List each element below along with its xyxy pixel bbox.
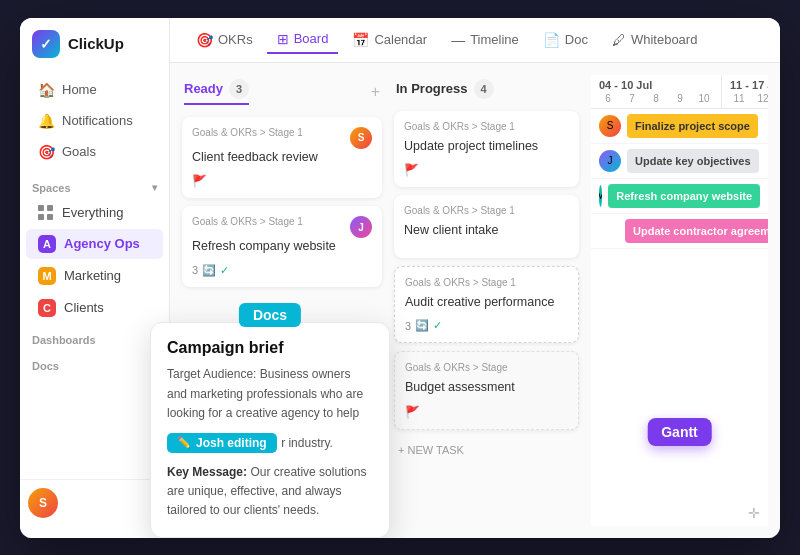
bell-icon: 🔔 [38,113,54,129]
logo-icon: ✓ [32,30,60,58]
check-icon: ✓ [220,264,229,277]
task-meta: Goals & OKRs > Stage 1 [405,277,568,288]
everything-label: Everything [62,205,123,220]
app-container: ✓ ClickUp 🏠 Home 🔔 Notifications 🎯 Goals… [20,18,780,538]
docs-badge: Docs [239,303,301,327]
tab-timeline[interactable]: — Timeline [441,27,529,53]
marketing-label: Marketing [64,268,121,283]
task-avatar: S [350,127,372,149]
gantt-day: 7 [623,93,641,104]
task-card-top: Goals & OKRs > Stage 1 J [192,216,372,238]
board-icon: ⊞ [277,31,289,47]
calendar-icon: 📅 [352,32,369,48]
task-title: Client feedback review [192,149,372,167]
tab-timeline-label: Timeline [470,32,519,47]
flag-icon: 🚩 [404,163,419,177]
gantt-day: 10 [695,93,713,104]
task-avatar: J [350,216,372,238]
crosshair-icon: ✛ [748,505,760,521]
task-title: New client intake [404,222,569,240]
sidebar-item-marketing[interactable]: M Marketing [26,261,163,291]
docs-editor-badge[interactable]: ✏️ Josh editing [167,433,277,453]
user-avatar[interactable]: S [28,488,58,518]
doc-icon: 📄 [543,32,560,48]
sidebar-item-label: Goals [62,144,96,159]
gantt-day: 9 [671,93,689,104]
tab-doc[interactable]: 📄 Doc [533,27,598,53]
inprogress-column: In Progress 4 Goals & OKRs > Stage 1 Upd… [394,75,579,526]
task-badges: 3 🔄 ✓ [192,264,372,277]
gantt-tooltip: Gantt [647,418,712,446]
inprogress-column-header: In Progress 4 [394,75,579,103]
edit-icon: ✏️ [177,436,191,449]
docs-body-text: Target Audience: Business owners and mar… [167,367,363,419]
tab-whiteboard[interactable]: 🖊 Whiteboard [602,27,707,53]
budget-task-card[interactable]: Goals & OKRs > Stage Budget assessment 🚩 [394,351,579,430]
tab-okrs-label: OKRs [218,32,253,47]
gantt-bar-row: M Refresh company website [591,179,768,214]
check-icon: ✓ [433,319,442,332]
task-title: Refresh company website [192,238,372,256]
gantt-bar-objectives[interactable]: Update key objectives [627,149,759,173]
agency-ops-avatar: A [38,235,56,253]
tab-board[interactable]: ⊞ Board [267,26,339,54]
gantt-days-1: 6 7 8 9 10 [599,93,713,104]
tab-okrs[interactable]: 🎯 OKRs [186,27,263,53]
dashboards-section-label: Dashboards › [20,324,169,350]
gantt-day: 8 [647,93,665,104]
docs-title: Campaign brief [167,339,373,357]
sidebar-item-goals[interactable]: 🎯 Goals [26,137,163,167]
gantt-tooltip-label: Gantt [661,424,698,440]
clients-avatar: C [38,299,56,317]
task-card[interactable]: Goals & OKRs > Stage 1 Update project ti… [394,111,579,188]
gantt-avatar: S [599,115,621,137]
docs-key-message: Key Message: Our creative solutions are … [167,463,373,521]
spaces-section-label: Spaces ▾ [20,172,169,198]
task-card[interactable]: Goals & OKRs > Stage 1 J Refresh company… [182,206,382,287]
sidebar-item-notifications[interactable]: 🔔 Notifications [26,106,163,136]
marketing-avatar: M [38,267,56,285]
sidebar-item-agency-ops[interactable]: A Agency Ops [26,229,163,259]
timeline-icon: — [451,32,465,48]
sidebar-item-label: Home [62,82,97,97]
add-task-icon[interactable]: + [371,83,380,101]
gantt-avatar: M [599,185,602,207]
refresh-icon: 🔄 [415,319,429,332]
sidebar-item-clients[interactable]: C Clients [26,293,163,323]
flag-icon: 🚩 [192,174,207,188]
sidebar-item-label: Notifications [62,113,133,128]
gantt-header: 04 - 10 Jul 6 7 8 9 10 11 - 17 Jul 11 [591,75,768,109]
grid-icon [38,205,54,221]
task-badges: 3 🔄 ✓ [405,319,568,332]
task-card[interactable]: Goals & OKRs > Stage 1 S Client feedback… [182,117,382,199]
gantt-avatar: J [599,150,621,172]
docs-popup: Docs Campaign brief Target Audience: Bus… [150,322,390,537]
task-meta: Goals & OKRs > Stage 1 [404,121,569,132]
gantt-add-icon[interactable]: ✛ [744,500,764,526]
tab-calendar[interactable]: 📅 Calendar [342,27,437,53]
tab-whiteboard-label: Whiteboard [631,32,697,47]
gantt-bar-contractor[interactable]: Update contractor agreement [625,219,768,243]
new-task-button[interactable]: + NEW TASK [394,438,579,462]
inprogress-count: 4 [474,79,494,99]
gantt-day: 6 [599,93,617,104]
gantt-day: 11 [730,93,748,104]
sidebar-item-everything[interactable]: Everything [26,199,163,227]
sidebar-nav: 🏠 Home 🔔 Notifications 🎯 Goals [20,70,169,172]
sidebar: ✓ ClickUp 🏠 Home 🔔 Notifications 🎯 Goals… [20,18,170,538]
goals-icon: 🎯 [38,144,54,160]
sidebar-item-home[interactable]: 🏠 Home [26,75,163,105]
task-meta: Goals & OKRs > Stage 1 [404,205,569,216]
flag-icon: 🚩 [405,405,420,419]
task-footer: 🚩 [405,405,568,419]
gantt-bar-website[interactable]: Refresh company website [608,184,760,208]
industry-text: r industry. [281,435,333,449]
clients-label: Clients [64,300,104,315]
task-card[interactable]: Goals & OKRs > Stage 1 New client intake [394,195,579,258]
task-card-extra[interactable]: Goals & OKRs > Stage 1 Audit creative pe… [394,266,579,344]
docs-body: Target Audience: Business owners and mar… [167,365,373,423]
gantt-bar-finalize[interactable]: Finalize project scope [627,114,758,138]
gantt-bar-row: S Finalize project scope [591,109,768,144]
ready-column-header: Ready 3 + [182,75,382,109]
sidebar-bottom: S [20,479,169,526]
